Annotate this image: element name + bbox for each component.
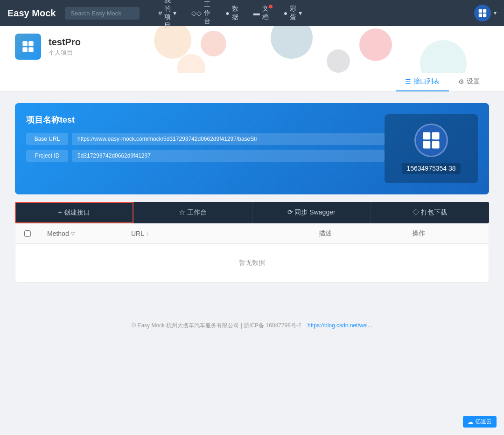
diamond-icon: ◇◇ [191, 9, 202, 17]
svg-rect-5 [28, 41, 33, 46]
svg-rect-10 [423, 141, 431, 149]
info-card-left: 项目名称test Base URL https://www.easy-mock.… [26, 114, 385, 183]
nav-label: 彩蛋 [290, 5, 296, 21]
svg-rect-7 [28, 47, 33, 52]
svg-rect-2 [479, 14, 482, 17]
nav-label: 工作台 [204, 0, 210, 26]
select-all-checkbox-cell [15, 225, 40, 242]
tabs-area: ☰ 接口列表 ⚙ 设置 [0, 73, 504, 92]
svg-rect-11 [432, 141, 440, 149]
nav-items: # 我的项目 ▾ ◇◇ 工作台 ● 数据 ▬ 文档 ● 彩蛋 ▾ [151, 0, 309, 26]
user-dropdown[interactable]: ▾ [474, 5, 497, 21]
footer-link[interactable]: https://blog.csdn.net/wei... [308, 322, 372, 329]
page-header: testPro 个人项目 [0, 26, 504, 73]
notification-badge [269, 5, 273, 8]
toolbar: + 创建接口 ☆ 工作台 ⟳ 同步 Swagger ◇ 打包下载 [15, 202, 489, 223]
project-id-value[interactable]: 5d317293742d0662d9f41297 [72, 150, 385, 162]
user-id-display: 15634975354 38 [402, 163, 460, 174]
yisu-icon: ☁ [468, 419, 473, 425]
book-icon: ▬ [253, 9, 260, 17]
svg-rect-4 [22, 41, 28, 46]
avatar-icon [474, 5, 491, 21]
nav-item-easter-egg[interactable]: ● 彩蛋 ▾ [276, 0, 309, 26]
select-all-checkbox[interactable] [24, 230, 31, 237]
dot-icon: ● [284, 9, 287, 17]
nav-label: 数据 [232, 5, 238, 21]
tab-settings[interactable]: ⚙ 设置 [449, 73, 489, 91]
info-card-right: 15634975354 38 [385, 114, 478, 183]
project-icon [15, 34, 41, 60]
circle-icon: ● [225, 9, 229, 17]
project-id-row: Project ID 5d317293742d0662d9f41297 [26, 150, 385, 162]
th-action: 操作 [405, 224, 489, 243]
project-info: testPro 个人项目 [15, 34, 489, 60]
download-button[interactable]: ◇ 打包下载 [371, 202, 489, 223]
nav-item-docs[interactable]: ▬ 文档 [246, 0, 276, 26]
hash-icon: # [158, 9, 162, 17]
nav-item-workbench[interactable]: ◇◇ 工作台 [184, 0, 218, 26]
qr-avatar [414, 124, 448, 157]
url-sort-icon[interactable]: ↕ [146, 231, 149, 236]
main-content: 项目名称test Base URL https://www.easy-mock.… [0, 92, 504, 294]
info-card: 项目名称test Base URL https://www.easy-mock.… [15, 103, 489, 194]
project-id-label: Project ID [26, 150, 68, 162]
chevron-down-icon: ▾ [299, 9, 302, 17]
table-header: Method ▽ URL ↕ 描述 操作 [15, 224, 489, 244]
search-input[interactable] [65, 7, 140, 20]
empty-state: 暂无数据 [15, 244, 489, 282]
navbar: Easy Mock # 我的项目 ▾ ◇◇ 工作台 ● 数据 ▬ 文档 ● 彩蛋… [0, 0, 504, 26]
nav-label: 文档 [262, 5, 269, 21]
nav-item-my-projects[interactable]: # 我的项目 ▾ [151, 0, 184, 26]
svg-rect-6 [22, 47, 28, 52]
yisu-label: 亿速云 [475, 418, 492, 426]
project-text: testPro 个人项目 [49, 37, 81, 57]
svg-rect-3 [483, 14, 486, 17]
copyright-text: © Easy Mock 杭州大搜车汽车服务有限公司 | 浙ICP备 160477… [132, 322, 301, 329]
base-url-label: Base URL [26, 133, 68, 145]
info-card-title: 项目名称test [26, 114, 385, 125]
svg-rect-1 [483, 9, 486, 13]
svg-rect-8 [423, 132, 431, 140]
svg-rect-9 [432, 132, 440, 140]
th-method: Method ▽ [40, 224, 124, 243]
user-chevron-icon: ▾ [494, 10, 497, 16]
nav-item-data[interactable]: ● 数据 [218, 0, 245, 26]
create-interface-button[interactable]: + 创建接口 [15, 202, 133, 223]
th-url: URL ↕ [124, 224, 311, 243]
base-url-value[interactable]: https://www.easy-mock.com/mock/5d3172937… [72, 133, 385, 145]
method-filter-icon[interactable]: ▽ [71, 231, 75, 237]
workbench-button[interactable]: ☆ 工作台 [133, 202, 252, 223]
data-table: Method ▽ URL ↕ 描述 操作 暂无数据 [15, 223, 489, 283]
tab-interface-list[interactable]: ☰ 接口列表 [396, 73, 449, 91]
th-desc: 描述 [311, 224, 405, 243]
base-url-row: Base URL https://www.easy-mock.com/mock/… [26, 133, 385, 145]
project-name: testPro [49, 37, 81, 48]
svg-rect-0 [479, 9, 482, 13]
nav-label: 我的项目 [164, 0, 171, 30]
avatar[interactable] [474, 5, 491, 21]
list-icon: ☰ [405, 78, 411, 85]
settings-icon: ⚙ [458, 78, 464, 85]
logo[interactable]: Easy Mock [7, 8, 56, 19]
project-type: 个人项目 [49, 48, 81, 57]
yisu-badge: ☁ 亿速云 [463, 416, 497, 428]
sync-swagger-button[interactable]: ⟳ 同步 Swagger [252, 202, 371, 223]
page-footer: © Easy Mock 杭州大搜车汽车服务有限公司 | 浙ICP备 160477… [0, 312, 504, 339]
chevron-down-icon: ▾ [173, 9, 176, 17]
